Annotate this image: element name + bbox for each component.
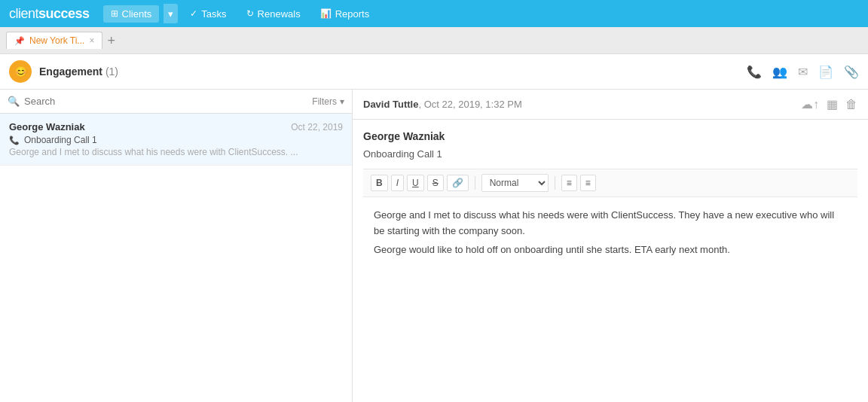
top-nav: clientsuccess ⊞ Clients ▾ ✓ Tasks ↻ Rene…: [0, 0, 868, 27]
left-panel: 🔍 Filters ▾ George Wazniak Oct 22, 2019 …: [0, 90, 353, 402]
editor-toolbar: B I U S 🔗 Normal Heading 1 Heading 2: [363, 169, 857, 197]
tab-newyork[interactable]: 📌 New York Ti... ×: [6, 32, 102, 49]
toolbar-divider-2: [555, 176, 555, 190]
engagement-actions: 📞 👥 ✉ 📄 📎: [747, 65, 859, 79]
note-body-line1: George and I met to discuss what his nee…: [374, 208, 847, 239]
search-input-wrap: 🔍: [8, 96, 312, 107]
toolbar-link-button[interactable]: 🔗: [447, 175, 469, 191]
contact-item-top: George Wazniak Oct 22, 2019: [9, 121, 343, 132]
logo: clientsuccess: [9, 6, 90, 22]
toolbar-italic-button[interactable]: I: [391, 175, 404, 191]
search-icon: 🔍: [8, 96, 20, 107]
logo-success: success: [38, 6, 90, 22]
clients-grid-icon: ⊞: [111, 8, 118, 19]
contact-date: Oct 22, 2019: [291, 122, 343, 132]
engagement-title: Engagement (1): [39, 65, 118, 78]
nav-tasks-button[interactable]: ✓ Tasks: [182, 5, 234, 23]
note-datetime: Oct 22, 2019, 1:32 PM: [424, 99, 522, 110]
note-contact-name: George Wazniak: [363, 130, 857, 142]
search-input[interactable]: [24, 96, 312, 107]
engagement-left: 😊 Engagement (1): [9, 60, 118, 83]
upload-cloud-icon[interactable]: ☁↑: [801, 97, 819, 111]
tab-add-button[interactable]: +: [107, 34, 115, 47]
note-meta: David Tuttle, Oct 22, 2019, 1:32 PM: [363, 99, 522, 110]
avatar-icon: 😊: [14, 65, 27, 78]
note-header-actions: ☁↑ ▦ 🗑: [801, 97, 857, 111]
contact-subtitle: 📞 Onboarding Call 1: [9, 135, 343, 145]
filters-chevron-icon: ▾: [340, 96, 344, 107]
engagement-count: (1): [105, 65, 118, 78]
tab-close-button[interactable]: ×: [89, 35, 94, 46]
main-content: 😊 Engagement (1) 📞 👥 ✉ 📄 📎 🔍: [0, 54, 868, 402]
grid-view-icon[interactable]: ▦: [827, 97, 838, 111]
note-body: George and I met to discuss what his nee…: [363, 197, 857, 271]
nav-clients-button[interactable]: ⊞ Clients: [103, 5, 160, 23]
contacts-action-icon[interactable]: 👥: [772, 65, 787, 79]
note-author: David Tuttle: [363, 99, 418, 110]
engagement-header: 😊 Engagement (1) 📞 👥 ✉ 📄 📎: [0, 54, 868, 90]
filters-button[interactable]: Filters ▾: [312, 96, 344, 107]
document-action-icon[interactable]: 📄: [818, 65, 833, 79]
note-header: David Tuttle, Oct 22, 2019, 1:32 PM ☁↑ ▦…: [353, 90, 868, 120]
search-bar: 🔍 Filters ▾: [0, 90, 352, 114]
toolbar-unordered-list-button[interactable]: ≡: [580, 175, 596, 191]
link-icon: 🔗: [452, 178, 463, 188]
nav-renewals-button[interactable]: ↻ Renewals: [239, 5, 308, 23]
renewals-refresh-icon: ↻: [246, 8, 254, 19]
tab-bar: 📌 New York Ti... × +: [0, 27, 868, 54]
logo-client: client: [9, 6, 38, 22]
note-call-title: Onboarding Call 1: [363, 148, 857, 160]
attachment-action-icon[interactable]: 📎: [844, 65, 859, 79]
clients-dropdown-button[interactable]: ▾: [164, 4, 178, 23]
toolbar-strike-button[interactable]: S: [427, 175, 444, 191]
contact-list: George Wazniak Oct 22, 2019 📞 Onboarding…: [0, 114, 352, 402]
engagement-avatar: 😊: [9, 60, 32, 83]
contact-name: George Wazniak: [9, 121, 85, 132]
contact-item[interactable]: George Wazniak Oct 22, 2019 📞 Onboarding…: [0, 114, 352, 166]
phone-action-icon[interactable]: 📞: [747, 65, 762, 79]
tab-pin-icon: 📌: [14, 36, 25, 46]
nav-reports-button[interactable]: 📊 Reports: [313, 5, 377, 23]
email-action-icon[interactable]: ✉: [798, 65, 808, 79]
contact-preview: George and I met to discuss what his nee…: [9, 147, 310, 157]
content-split: 🔍 Filters ▾ George Wazniak Oct 22, 2019 …: [0, 90, 868, 402]
ordered-list-icon: ≡: [567, 178, 572, 188]
contact-phone-icon: 📞: [9, 136, 20, 145]
unordered-list-icon: ≡: [585, 178, 591, 188]
tasks-check-icon: ✓: [190, 8, 197, 19]
toolbar-format-select[interactable]: Normal Heading 1 Heading 2: [481, 174, 549, 192]
note-body-line2: George would like to hold off on onboard…: [374, 242, 847, 258]
toolbar-ordered-list-button[interactable]: ≡: [561, 175, 577, 191]
toolbar-bold-button[interactable]: B: [371, 175, 388, 191]
reports-bar-icon: 📊: [320, 8, 332, 19]
delete-icon[interactable]: 🗑: [845, 98, 857, 111]
toolbar-divider: [475, 176, 475, 190]
note-content: George Wazniak Onboarding Call 1 B I U S…: [353, 120, 868, 402]
tab-label: New York Ti...: [29, 35, 84, 46]
right-panel: David Tuttle, Oct 22, 2019, 1:32 PM ☁↑ ▦…: [353, 90, 868, 402]
toolbar-underline-button[interactable]: U: [407, 175, 424, 191]
